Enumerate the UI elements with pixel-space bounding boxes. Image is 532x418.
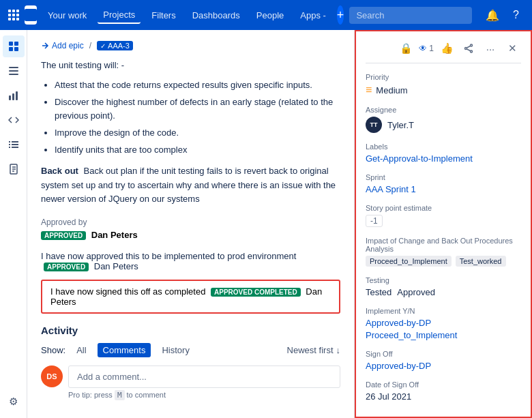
nav-filters[interactable]: Filters [146,8,181,23]
svg-rect-10 [9,141,10,143]
nav-dashboards[interactable]: Dashboards [187,8,246,23]
svg-rect-6 [9,74,18,75]
grid-menu-icon[interactable] [8,10,19,20]
lock-icon[interactable]: 🔒 [397,40,415,57]
svg-line-24 [467,49,471,51]
svg-rect-8 [12,93,14,100]
issue-id-badge[interactable]: ✓ AAA-3 [97,41,133,50]
approved-badge: APPROVED [41,231,86,240]
svg-rect-0 [9,42,13,46]
activity-title: Activity [41,325,340,336]
approved-by-row: APPROVED Dan Peters [41,230,340,240]
approved-by-label: Approved by [41,218,340,227]
approved-inline-badge: APPROVED [44,263,89,271]
help-icon[interactable]: ? [506,5,525,25]
sidebar-backlog-icon[interactable] [3,60,25,82]
sidebar-reports-icon[interactable] [3,85,25,106]
create-button[interactable]: + [337,5,344,25]
left-sidebar: ⚙ [0,30,27,418]
sidebar-settings-icon[interactable]: ⚙ [3,391,25,413]
search-input[interactable] [349,7,472,24]
testing-field: Testing Tested Approved [366,276,521,297]
pro-tip-key: M [115,390,125,400]
svg-rect-12 [9,144,10,145]
svg-rect-14 [9,147,10,148]
labels-field: Labels Get-Approval-to-Implement [366,143,521,164]
svg-rect-2 [9,47,13,51]
notification-icon[interactable]: 🔔 [483,5,502,25]
nav-apps[interactable]: Apps - [295,8,331,23]
activity-section: Activity Show: All Comments History Newe… [41,325,340,400]
implement-link-0[interactable]: Approved-by-DP [366,318,431,328]
implement-link-1[interactable]: Proceed_to_Implement [366,330,457,340]
issue-right-panel: 🔒 👁 1 👍 ··· ✕ Priority ≡ Medium [355,30,532,418]
main-layout: ⚙ Add epic / ✓ AAA-3 The unit testing wi… [0,30,532,418]
sidebar-list-icon[interactable] [3,134,25,155]
svg-rect-11 [12,141,18,143]
sign-off-label: Sign Off [366,350,521,358]
intro-text: The unit testing will: - [41,59,340,73]
nav-people[interactable]: People [251,8,289,23]
comment-input-row: DS Add a comment... [41,365,340,388]
sidebar-pages-icon[interactable] [3,158,25,180]
impact-tags: Proceed_to_Implement Test_worked [366,256,521,267]
comment-input[interactable]: Add a comment... [68,365,340,388]
labels-value[interactable]: Get-Approval-to-Implement [366,153,473,164]
thumbs-up-icon[interactable]: 👍 [438,40,456,57]
filter-history-button[interactable]: History [156,343,194,357]
sign-off-value[interactable]: Approved-by-DP [366,361,431,371]
svg-rect-15 [12,147,18,148]
implement-label: Implement Y/N [366,307,521,315]
story-point-label: Story point estimate [366,204,521,212]
approval-text-row: I have now approved this to be implement… [41,251,340,271]
svg-point-21 [465,48,467,50]
jira-logo[interactable] [25,5,37,25]
nav-projects[interactable]: Projects [98,7,141,24]
add-epic-link[interactable]: Add epic [41,41,84,50]
list-item: Attest that the code returns expected re… [55,78,340,93]
approved-completed-badge: APPROVED COMPLETED [211,288,301,297]
filter-all-button[interactable]: All [71,343,91,357]
svg-rect-4 [9,67,18,68]
sprint-field: Sprint AAA Sprint 1 [366,173,521,194]
testing-value-0: Tested [366,287,391,297]
more-options-icon[interactable]: ··· [482,40,499,57]
sidebar-board-icon[interactable] [3,35,25,57]
close-icon[interactable]: ✕ [503,40,521,57]
story-point-value: -1 [366,215,383,227]
sidebar-code-icon[interactable] [3,109,25,131]
priority-field: Priority ≡ Medium [366,73,521,96]
filter-comments-button[interactable]: Comments [98,343,151,357]
activity-controls: Show: All Comments History Newest first … [41,343,340,357]
sort-button[interactable]: Newest first ↓ [287,345,340,355]
sprint-value[interactable]: AAA Sprint 1 [366,184,416,194]
svg-point-22 [471,50,473,53]
approved-name: Dan Peters [91,230,138,240]
testing-value-1: Approved [397,287,435,297]
svg-line-23 [467,46,471,48]
right-panel-header: 🔒 👁 1 👍 ··· ✕ [366,40,521,63]
share-icon[interactable] [460,40,477,57]
priority-value: Medium [376,85,407,95]
top-navigation: Your work Projects Filters Dashboards Pe… [0,0,532,30]
sign-off-field: Sign Off Approved-by-DP [366,350,521,371]
show-label: Show: [41,345,65,355]
impact-tag-1[interactable]: Test_worked [456,256,506,267]
svg-point-20 [471,44,473,46]
assignee-name: Tyler.T [387,120,414,130]
svg-rect-3 [14,47,18,51]
issue-body: The unit testing will: - Attest that the… [41,59,340,207]
date-sign-off-field: Date of Sign Off 26 Jul 2021 [366,380,521,402]
priority-icon: ≡ [366,84,372,96]
story-point-field: Story point estimate -1 [366,204,521,227]
testing-label: Testing [366,276,521,284]
settings-icon[interactable]: ⚙ [529,5,532,25]
list-item: Improve the design of the code. [55,126,340,140]
assignee-label: Assignee [366,106,521,114]
impact-tag-0[interactable]: Proceed_to_Implement [366,256,452,267]
eye-icon: 👁 [419,44,427,53]
user-avatar-comment: DS [41,365,63,387]
nav-your-work[interactable]: Your work [42,8,92,23]
sprint-label: Sprint [366,173,521,181]
svg-rect-5 [9,70,18,72]
